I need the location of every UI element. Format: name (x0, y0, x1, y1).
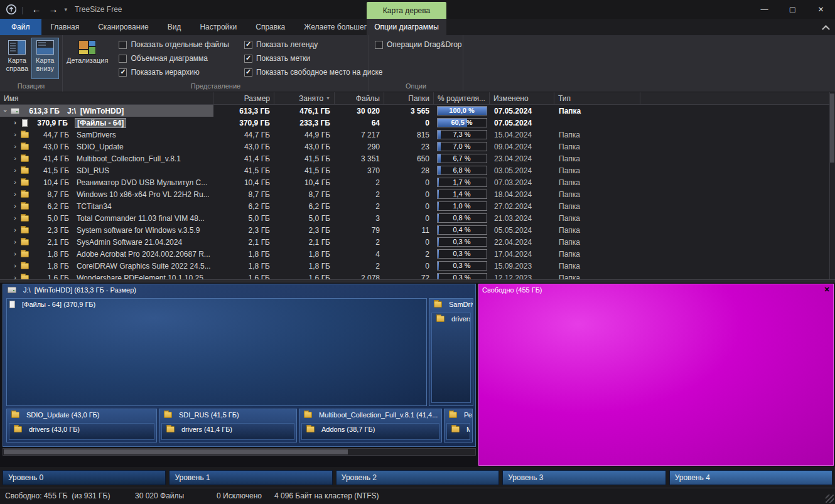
column-header-percent[interactable]: % родителя... (434, 92, 490, 104)
expand-icon[interactable]: › (11, 250, 19, 257)
expand-icon[interactable]: › (11, 262, 19, 269)
checkbox-show-labels[interactable]: Показать метки (244, 54, 383, 63)
expand-icon[interactable]: › (11, 143, 19, 150)
expand-icon[interactable]: › (11, 227, 19, 233)
expand-icon[interactable]: › (11, 179, 19, 186)
expand-icon[interactable]: › (11, 167, 19, 174)
expand-icon[interactable]: › (11, 203, 19, 210)
treemap-free-space-block[interactable]: Свободно (455 ГБ) ✕ (478, 284, 834, 466)
scrollbar-thumb[interactable] (4, 449, 348, 454)
modified-cell: 23.04.2024 (490, 154, 554, 163)
back-button[interactable]: ← (28, 0, 45, 19)
treemap-block[interactable]: SDI_RUS (41,5 ГБ) drivers (41,4 ГБ) (159, 409, 297, 442)
scrollbar-thumb[interactable] (830, 94, 834, 163)
expand-icon[interactable]: › (11, 239, 19, 245)
tab-settings[interactable]: Настройки (190, 19, 246, 35)
button-label: Карта справа (4, 56, 31, 72)
checkbox-drag-drop[interactable]: Операции Drag&Drop (375, 40, 462, 49)
table-row[interactable]: ›613,3 ГБJ:\ [WinToHDD]613,3 ГБ476,1 ГБ3… (0, 105, 835, 117)
tab-diagram-options[interactable]: Опции диаграммы (367, 19, 446, 35)
column-header-modified[interactable]: Изменено (490, 92, 554, 104)
allocated-cell: 44,9 ГБ (274, 131, 335, 139)
treemap-block[interactable]: Реа... М... (444, 409, 473, 442)
forward-button[interactable]: → (45, 0, 62, 19)
table-row[interactable]: ›41,5 ГБSDI_RUS41,5 ГБ41,5 ГБ370286,8 %0… (0, 164, 835, 176)
table-row[interactable]: ›8,7 ГБWindows 10 x86-x64 Pro VL 22H2 Ru… (0, 188, 835, 200)
folder-icon (21, 132, 29, 138)
treemap-block-label: М... (466, 426, 470, 433)
table-row[interactable]: ›1,8 ГБAdobe Acrobat Pro 2024.002.20687 … (0, 248, 835, 260)
treemap-child-block[interactable]: М... (446, 423, 470, 440)
tree-cell: ›1,8 ГБAdobe Acrobat Pro 2024.002.20687 … (0, 248, 213, 260)
treemap-samdrivers-block[interactable]: SamDriv... drivers... (429, 298, 473, 406)
checkbox-show-legend[interactable]: Показать легенду (244, 40, 383, 49)
collapse-icon[interactable]: › (2, 107, 9, 115)
expand-icon[interactable]: › (11, 119, 19, 126)
treemap-files64-block[interactable]: [Файлы - 64] (370,9 ГБ) (6, 298, 427, 406)
app-logo-icon[interactable] (6, 4, 17, 15)
tab-file[interactable]: Файл (0, 19, 41, 35)
expand-icon[interactable]: › (11, 155, 19, 162)
checkbox-show-free-space[interactable]: Показать свободное место на диске (244, 68, 383, 77)
ribbon-filler (463, 35, 835, 92)
tab-scan[interactable]: Сканирование (89, 19, 158, 35)
column-header-name[interactable]: Имя (0, 92, 213, 104)
treemap-child-block[interactable]: Addons (38,7 ГБ) (301, 423, 439, 440)
table-row[interactable]: ›370,9 ГБ[Файлы - 64]370,9 ГБ233,3 ГБ640… (0, 117, 835, 129)
table-row[interactable]: ›1,6 ГБWondershare PDFelement 10.1.10.25… (0, 272, 835, 279)
treemap-child-block[interactable]: drivers (41,4 ГБ) (161, 423, 294, 440)
treemap-child-block[interactable]: drivers (43,0 ГБ) (9, 423, 154, 440)
checkbox-show-hierarchy[interactable]: Показать иерархию (119, 68, 229, 77)
resize-grip[interactable] (826, 495, 834, 503)
row-size-label: 2,3 ГБ (33, 226, 69, 235)
table-row[interactable]: ›41,4 ГБMultiboot_Collection_Full_v.8.14… (0, 153, 835, 164)
table-row[interactable]: ›2,1 ГБSysAdmin Software 21.04.20242,1 Г… (0, 236, 835, 248)
detail-button[interactable]: Детализация (66, 38, 109, 79)
table-row[interactable]: ›1,8 ГБCorelDRAW Graphics Suite 2022 24.… (0, 260, 835, 272)
expand-icon[interactable]: › (11, 131, 19, 138)
folder-icon (21, 156, 29, 162)
column-header-files[interactable]: Файлы (335, 92, 384, 104)
treemap-drivers-block[interactable]: drivers... (431, 313, 471, 403)
map-right-button[interactable]: Карта справа (3, 38, 31, 79)
expand-icon[interactable]: › (11, 274, 19, 279)
treemap-drive-block[interactable]: J:\ [WinToHDD] (613,3 ГБ - Размер) [Файл… (3, 284, 476, 447)
expand-icon[interactable]: › (11, 215, 19, 222)
table-row[interactable]: ›2,3 ГБSystem software for Windows v.3.5… (0, 224, 835, 236)
table-row[interactable]: ›6,2 ГБTCTitan346,2 ГБ6,2 ГБ201,0 %27.02… (0, 200, 835, 212)
type-cell: Папка (554, 250, 640, 259)
percent-cell: 6,8 % (434, 166, 490, 175)
close-icon[interactable]: ✕ (822, 285, 831, 294)
column-header-allocated[interactable]: Занято (274, 92, 335, 104)
chevron-down-icon[interactable]: ▾ (62, 6, 70, 13)
size-cell: 5,0 ГБ (213, 214, 274, 223)
close-button[interactable]: ✕ (807, 0, 835, 19)
checkbox-3d-chart[interactable]: Объемная диаграмма (119, 54, 229, 63)
column-header-folders[interactable]: Папки (384, 92, 434, 104)
minimize-button[interactable]: — (750, 0, 778, 19)
treemap-block[interactable]: SDIO_Update (43,0 ГБ) drivers (43,0 ГБ) (6, 409, 157, 442)
treemap-block[interactable]: Multiboot_Collection_Full_v.8.1 (41,4...… (299, 409, 442, 442)
maximize-button[interactable]: ▢ (778, 0, 807, 19)
tab-help[interactable]: Справка (246, 19, 294, 35)
folders-cell: 3 565 (384, 107, 434, 115)
table-row[interactable]: ›5,0 ГБTotal Commander 11.03 final VIM 4… (0, 212, 835, 224)
map-bottom-button[interactable]: Карта внизу (31, 38, 60, 79)
table-row[interactable]: ›10,4 ГБРеаниматор DVD USB Мультитул С..… (0, 176, 835, 188)
tab-view[interactable]: Вид (158, 19, 191, 35)
table-row[interactable]: ›43,0 ГБSDIO_Update43,0 ГБ43,0 ГБ290237,… (0, 141, 835, 153)
tab-home[interactable]: Главная (41, 19, 89, 35)
vertical-scrollbar[interactable] (829, 92, 835, 279)
column-header-type[interactable]: Тип (554, 92, 640, 104)
treemap-block-label: [Файлы - 64] (370,9 ГБ) (22, 301, 95, 308)
table-row[interactable]: ›44,7 ГБSamDrivers44,7 ГБ44,9 ГБ7 217815… (0, 129, 835, 141)
treemap-horizontal-scrollbar[interactable] (3, 448, 476, 456)
percent-bar: 1,0 % (437, 201, 487, 211)
status-excluded: 0 Исключено (217, 488, 262, 503)
expand-icon[interactable]: › (11, 191, 19, 198)
folder-icon (21, 144, 29, 150)
row-size-label: 1,8 ГБ (33, 262, 69, 271)
checkbox-show-individual-files[interactable]: Показать отдельные файлы (119, 40, 229, 49)
column-header-size[interactable]: Размер (213, 92, 274, 104)
ribbon-collapse-button[interactable] (820, 22, 831, 32)
